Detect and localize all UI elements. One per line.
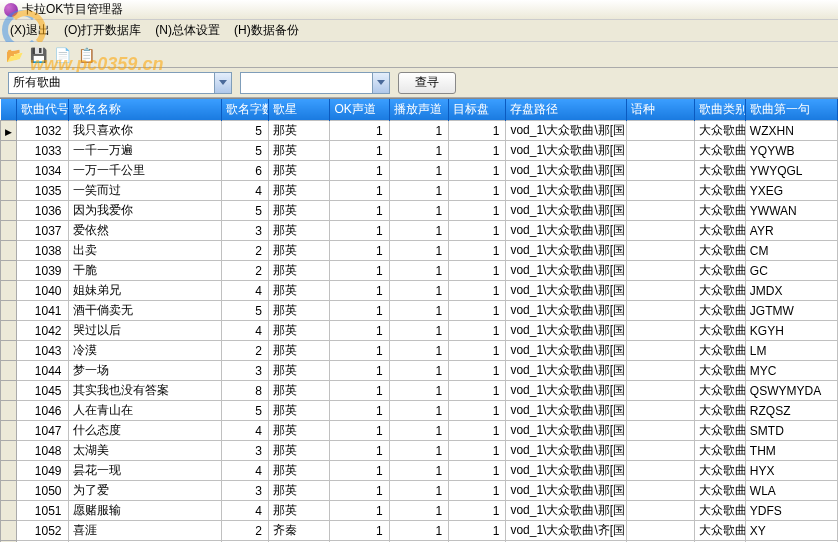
cell-name[interactable]: 一千一万遍: [68, 141, 221, 161]
cell-chars[interactable]: 5: [221, 201, 268, 221]
cell-lang[interactable]: [627, 381, 695, 401]
cell-ok[interactable]: 1: [330, 461, 389, 481]
cell-play[interactable]: 1: [389, 121, 448, 141]
open-icon[interactable]: 📂: [4, 45, 24, 65]
cell-id[interactable]: 1046: [17, 401, 68, 421]
cell-disk[interactable]: 1: [449, 281, 506, 301]
cell-id[interactable]: 1036: [17, 201, 68, 221]
cell-path[interactable]: vod_1\大众歌曲\那[国: [506, 461, 627, 481]
cell-name[interactable]: 爱依然: [68, 221, 221, 241]
row-header[interactable]: [1, 201, 17, 221]
table-row[interactable]: 1048太湖美3那英111vod_1\大众歌曲\那[国大众歌曲THM: [1, 441, 838, 461]
cell-first[interactable]: SMTD: [745, 421, 837, 441]
cell-ok[interactable]: 1: [330, 361, 389, 381]
menu-backup[interactable]: (H)数据备份: [228, 20, 305, 41]
cell-name[interactable]: 喜涯: [68, 521, 221, 541]
data-grid[interactable]: 歌曲代号歌名名称歌名字数歌星OK声道播放声道目标盘存盘路径语种歌曲类别歌曲第一句…: [0, 98, 838, 542]
cell-disk[interactable]: 1: [449, 201, 506, 221]
cell-disk[interactable]: 1: [449, 481, 506, 501]
table-row[interactable]: 1033一千一万遍5那英111vod_1\大众歌曲\那[国大众歌曲YQYWB: [1, 141, 838, 161]
cell-lang[interactable]: [627, 501, 695, 521]
row-header[interactable]: [1, 401, 17, 421]
search-button[interactable]: 查寻: [398, 72, 456, 94]
cell-lang[interactable]: [627, 481, 695, 501]
cell-lang[interactable]: [627, 201, 695, 221]
cell-id[interactable]: 1052: [17, 521, 68, 541]
cell-path[interactable]: vod_1\大众歌曲\那[国: [506, 301, 627, 321]
cell-chars[interactable]: 2: [221, 241, 268, 261]
table-row[interactable]: 1037爱依然3那英111vod_1\大众歌曲\那[国大众歌曲AYR: [1, 221, 838, 241]
table-row[interactable]: ▶1032我只喜欢你5那英111vod_1\大众歌曲\那[国大众歌曲WZXHN: [1, 121, 838, 141]
cell-lang[interactable]: [627, 161, 695, 181]
cell-cat[interactable]: 大众歌曲: [694, 481, 745, 501]
cell-play[interactable]: 1: [389, 321, 448, 341]
table-row[interactable]: 1049昙花一现4那英111vod_1\大众歌曲\那[国大众歌曲HYX: [1, 461, 838, 481]
cell-name[interactable]: 昙花一现: [68, 461, 221, 481]
cell-cat[interactable]: 大众歌曲: [694, 301, 745, 321]
row-header[interactable]: [1, 341, 17, 361]
cell-lang[interactable]: [627, 441, 695, 461]
row-header[interactable]: [1, 521, 17, 541]
cell-cat[interactable]: 大众歌曲: [694, 121, 745, 141]
table-row[interactable]: 1043冷漠2那英111vod_1\大众歌曲\那[国大众歌曲LM: [1, 341, 838, 361]
cell-id[interactable]: 1033: [17, 141, 68, 161]
cell-ok[interactable]: 1: [330, 221, 389, 241]
table-row[interactable]: 1042哭过以后4那英111vod_1\大众歌曲\那[国大众歌曲KGYH: [1, 321, 838, 341]
cell-cat[interactable]: 大众歌曲: [694, 241, 745, 261]
menu-exit[interactable]: (X)退出: [4, 20, 56, 41]
cell-cat[interactable]: 大众歌曲: [694, 181, 745, 201]
cell-id[interactable]: 1048: [17, 441, 68, 461]
cell-play[interactable]: 1: [389, 421, 448, 441]
column-header[interactable]: OK声道: [330, 99, 389, 121]
cell-star[interactable]: 那英: [269, 501, 330, 521]
cell-cat[interactable]: 大众歌曲: [694, 341, 745, 361]
table-row[interactable]: 1035一笑而过4那英111vod_1\大众歌曲\那[国大众歌曲YXEG: [1, 181, 838, 201]
cell-play[interactable]: 1: [389, 401, 448, 421]
cell-play[interactable]: 1: [389, 141, 448, 161]
cell-disk[interactable]: 1: [449, 521, 506, 541]
cell-path[interactable]: vod_1\大众歌曲\齐[国: [506, 521, 627, 541]
cell-cat[interactable]: 大众歌曲: [694, 461, 745, 481]
filter-combo-1[interactable]: 所有歌曲: [8, 72, 232, 94]
cell-play[interactable]: 1: [389, 261, 448, 281]
cell-lang[interactable]: [627, 321, 695, 341]
cell-path[interactable]: vod_1\大众歌曲\那[国: [506, 481, 627, 501]
cell-cat[interactable]: 大众歌曲: [694, 281, 745, 301]
cell-disk[interactable]: 1: [449, 221, 506, 241]
cell-name[interactable]: 哭过以后: [68, 321, 221, 341]
cell-name[interactable]: 其实我也没有答案: [68, 381, 221, 401]
cell-ok[interactable]: 1: [330, 141, 389, 161]
cell-star[interactable]: 那英: [269, 161, 330, 181]
cell-chars[interactable]: 2: [221, 261, 268, 281]
cell-play[interactable]: 1: [389, 221, 448, 241]
column-header[interactable]: 歌曲类别: [694, 99, 745, 121]
cell-first[interactable]: HYX: [745, 461, 837, 481]
column-header[interactable]: 播放声道: [389, 99, 448, 121]
cell-lang[interactable]: [627, 401, 695, 421]
column-header[interactable]: 歌名字数: [221, 99, 268, 121]
cell-id[interactable]: 1040: [17, 281, 68, 301]
cell-disk[interactable]: 1: [449, 121, 506, 141]
cell-name[interactable]: 为了爱: [68, 481, 221, 501]
cell-first[interactable]: RZQSZ: [745, 401, 837, 421]
cell-play[interactable]: 1: [389, 181, 448, 201]
row-header[interactable]: [1, 161, 17, 181]
cell-path[interactable]: vod_1\大众歌曲\那[国: [506, 261, 627, 281]
row-header[interactable]: [1, 281, 17, 301]
cell-play[interactable]: 1: [389, 501, 448, 521]
cell-first[interactable]: MYC: [745, 361, 837, 381]
cell-disk[interactable]: 1: [449, 261, 506, 281]
cell-disk[interactable]: 1: [449, 401, 506, 421]
cell-ok[interactable]: 1: [330, 181, 389, 201]
cell-ok[interactable]: 1: [330, 521, 389, 541]
cell-cat[interactable]: 大众歌曲: [694, 161, 745, 181]
cell-star[interactable]: 那英: [269, 341, 330, 361]
cell-id[interactable]: 1051: [17, 501, 68, 521]
cell-first[interactable]: QSWYMYDA: [745, 381, 837, 401]
row-header[interactable]: [1, 141, 17, 161]
row-header[interactable]: [1, 181, 17, 201]
cell-chars[interactable]: 4: [221, 181, 268, 201]
cell-chars[interactable]: 5: [221, 141, 268, 161]
column-header[interactable]: 歌名名称: [68, 99, 221, 121]
cell-star[interactable]: 那英: [269, 461, 330, 481]
